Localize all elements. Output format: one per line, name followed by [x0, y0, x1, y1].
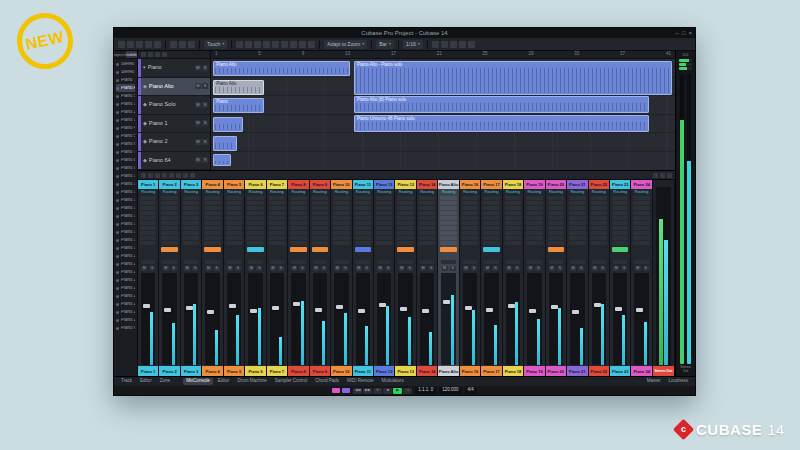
toolbar-icon[interactable]	[450, 41, 457, 48]
channel-mute-button[interactable]: M	[141, 266, 147, 271]
insert-slot[interactable]	[462, 241, 478, 245]
insert-slot[interactable]	[161, 226, 177, 230]
insert-slot[interactable]	[591, 211, 607, 215]
fader-zone[interactable]	[570, 273, 584, 365]
insert-slot[interactable]	[247, 206, 263, 210]
tracklist-header-icon[interactable]	[148, 52, 153, 57]
insert-slot[interactable]	[612, 236, 628, 240]
mixer-channel[interactable]: Piano 20RoutingMSPiano 20	[546, 180, 567, 376]
insert-slot[interactable]	[290, 206, 306, 210]
channel-mute-button[interactable]: M	[399, 266, 405, 271]
insert-slot[interactable]	[247, 211, 263, 215]
insert-slot[interactable]	[612, 226, 628, 230]
mixer-channel[interactable]: Piano 5RoutingMSPiano 5	[224, 180, 245, 376]
insert-slot[interactable]	[483, 201, 499, 205]
forward-button[interactable]: ▶▶	[363, 388, 372, 394]
send-tag[interactable]	[612, 247, 628, 252]
insert-slot[interactable]	[526, 241, 542, 245]
insert-slot[interactable]	[161, 216, 177, 220]
insert-slot[interactable]	[312, 216, 328, 220]
insert-slot[interactable]	[591, 231, 607, 235]
insert-slot[interactable]	[440, 221, 456, 225]
insert-slot[interactable]	[548, 211, 564, 215]
insert-slot[interactable]	[376, 241, 392, 245]
meter-tab-master[interactable]: Master	[644, 378, 664, 385]
fader-zone[interactable]	[463, 273, 477, 365]
visibility-row[interactable]: Piano 19	[116, 244, 135, 252]
fader-zone[interactable]	[506, 273, 520, 365]
fader-cap[interactable]	[229, 304, 236, 308]
insert-slot[interactable]	[419, 211, 435, 215]
pan-control[interactable]	[313, 260, 327, 264]
mixer-channel[interactable]: Piano 18RoutingMSPiano 18	[503, 180, 524, 376]
mixer-channel[interactable]: Piano 24RoutingMSPiano 24	[631, 180, 652, 376]
insert-slot[interactable]	[569, 221, 585, 225]
send-tag[interactable]	[290, 247, 306, 252]
mixer-channel[interactable]: Piano 8RoutingMSPiano 8	[288, 180, 309, 376]
insert-slot[interactable]	[247, 241, 263, 245]
insert-slot[interactable]	[355, 216, 371, 220]
mixer-toolbar-icon[interactable]	[176, 173, 181, 178]
insert-slot[interactable]	[247, 221, 263, 225]
visibility-row[interactable]: Stereo Out	[116, 68, 135, 76]
visibility-row[interactable]: Piano 14	[116, 204, 135, 212]
insert-slot[interactable]	[333, 206, 349, 210]
channel-solo-button[interactable]: S	[256, 266, 262, 271]
toolbar-icon[interactable]	[154, 41, 161, 48]
toolbar-icon[interactable]	[118, 41, 125, 48]
insert-slot[interactable]	[397, 201, 413, 205]
insert-slot[interactable]	[226, 221, 242, 225]
insert-slot[interactable]	[140, 236, 156, 240]
pan-control[interactable]	[398, 260, 412, 264]
insert-slot[interactable]	[226, 196, 242, 200]
insert-slot[interactable]	[591, 201, 607, 205]
insert-slot[interactable]	[548, 196, 564, 200]
pan-control[interactable]	[162, 260, 176, 264]
fader-zone[interactable]	[184, 273, 198, 365]
insert-slot[interactable]	[204, 236, 220, 240]
visibility-row[interactable]: Piano 3	[116, 116, 135, 124]
insert-slot[interactable]	[247, 226, 263, 230]
insert-slot[interactable]	[204, 216, 220, 220]
channel-mute-button[interactable]: M	[356, 266, 362, 271]
insert-slot[interactable]	[355, 231, 371, 235]
track-mute-button[interactable]: M	[195, 83, 201, 89]
fader-cap[interactable]	[143, 304, 150, 308]
mixer-toolbar-icon[interactable]	[169, 173, 174, 178]
fader-zone[interactable]	[205, 273, 219, 365]
channel-solo-button[interactable]: S	[407, 266, 413, 271]
fader-cap[interactable]	[443, 300, 450, 304]
insert-slot[interactable]	[204, 226, 220, 230]
mixer-channel[interactable]: Piano 1RoutingMSPiano 1	[138, 180, 159, 376]
insert-slot[interactable]	[483, 206, 499, 210]
insert-slot[interactable]	[269, 206, 285, 210]
mixer-channel[interactable]: Piano 4RoutingMSPiano 4	[202, 180, 223, 376]
insert-slot[interactable]	[333, 226, 349, 230]
channel-solo-button[interactable]: S	[557, 266, 563, 271]
insert-slot[interactable]	[140, 201, 156, 205]
fader-cap[interactable]	[315, 308, 322, 312]
mixer-channel[interactable]: Piano 23RoutingMSPiano 23	[610, 180, 631, 376]
send-tag[interactable]	[204, 247, 220, 252]
pan-control[interactable]	[377, 260, 391, 264]
toolbar-icon[interactable]	[188, 41, 195, 48]
track-mute-button[interactable]: M	[195, 139, 201, 145]
insert-slot[interactable]	[462, 211, 478, 215]
mixer-channel[interactable]: Piano 12RoutingMSPiano 12	[374, 180, 395, 376]
pan-control[interactable]	[184, 260, 198, 264]
insert-slot[interactable]	[355, 196, 371, 200]
mixer-channel[interactable]: Piano 9RoutingMSPiano 9	[310, 180, 331, 376]
insert-slot[interactable]	[312, 231, 328, 235]
visibility-row[interactable]: Piano 8	[116, 156, 135, 164]
insert-slot[interactable]	[633, 231, 649, 235]
insert-slot[interactable]	[505, 201, 521, 205]
channel-solo-button[interactable]: S	[514, 266, 520, 271]
channel-mute-button[interactable]: M	[206, 266, 212, 271]
stop-button[interactable]: ■	[383, 388, 392, 394]
toolbar-dropdown[interactable]: Touch▾	[204, 40, 227, 49]
insert-slot[interactable]	[505, 221, 521, 225]
channel-mute-button[interactable]: M	[377, 266, 383, 271]
insert-slot[interactable]	[333, 231, 349, 235]
mixer-channel[interactable]: Piano 7RoutingMSPiano 7	[267, 180, 288, 376]
visibility-row[interactable]: Piano Alto	[116, 84, 135, 92]
